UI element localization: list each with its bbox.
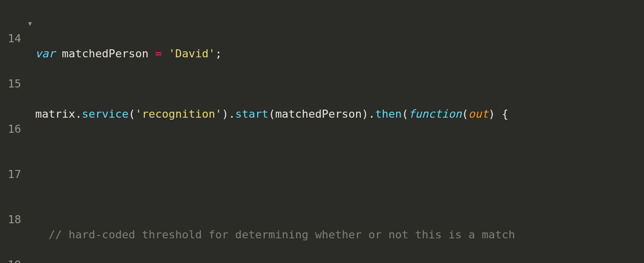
fold-toggle-icon[interactable]: ▼ <box>28 16 32 31</box>
comment: // hard-coded threshold for determining … <box>49 228 515 241</box>
string-literal: 'David' <box>169 47 215 60</box>
code-line[interactable]: matrix.service('recognition').start(matc… <box>35 107 569 122</box>
code-line[interactable]: var matchedPerson = 'David'; <box>35 46 569 61</box>
line-number-gutter: 14 15 16 17 18 19 20 21 22 23 24 25 26 2… <box>0 0 28 263</box>
method-call: then <box>375 108 402 120</box>
method-call: start <box>235 108 268 120</box>
parameter: out <box>468 108 489 120</box>
code-line[interactable] <box>35 167 569 182</box>
line-number: 18 <box>4 212 21 227</box>
keyword-var: var <box>35 47 55 60</box>
keyword-function: function <box>409 108 462 120</box>
operator: = <box>148 47 169 60</box>
line-number: 16 <box>4 122 21 137</box>
code-line[interactable]: // hard-coded threshold for determining … <box>35 227 569 242</box>
line-number: 15 <box>4 76 21 92</box>
identifier: matrix <box>35 108 75 120</box>
line-number: 19 <box>4 257 21 263</box>
identifier: matchedPerson <box>275 108 362 120</box>
code-editor[interactable]: 14 15 16 17 18 19 20 21 22 23 24 25 26 2… <box>0 0 644 263</box>
line-number: 14 <box>4 31 21 46</box>
line-number: 17 <box>4 167 21 182</box>
method-call: service <box>82 108 129 120</box>
identifier: matchedPerson <box>62 47 148 60</box>
string-literal: 'recognition' <box>135 108 222 120</box>
code-area[interactable]: var matchedPerson = 'David'; matrix.serv… <box>28 0 569 263</box>
